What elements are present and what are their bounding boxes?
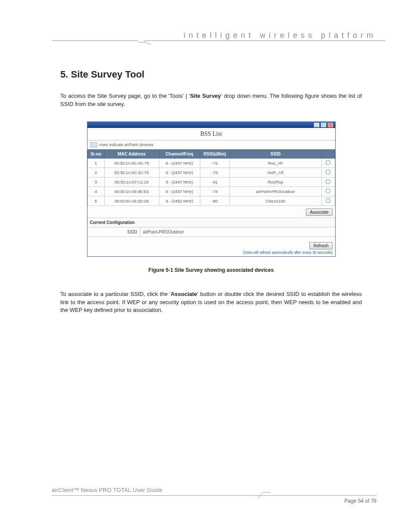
legend-swatch <box>90 142 97 147</box>
config-ssid-value: airPoint-PROOutdoor <box>140 227 335 237</box>
refresh-note: (Data will refresh automatically after e… <box>87 250 335 256</box>
page-footer: airClient™ Nexus PRO TOTAL User Guide Pa… <box>52 495 377 508</box>
footer-guide-title: airClient™ Nexus PRO TOTAL User Guide <box>52 487 162 493</box>
col-ssid[interactable]: SSID <box>230 149 321 158</box>
window-titlebar: _ □ × <box>87 122 335 128</box>
radio-icon[interactable] <box>326 179 330 184</box>
col-mac[interactable]: MAC Address <box>104 149 159 158</box>
table-row[interactable]: 5 00:02:8A:42:2D:28 9 - (2452 MHz) -80 C… <box>87 196 335 205</box>
radio-icon[interactable] <box>326 198 330 203</box>
radio-icon[interactable] <box>326 170 330 174</box>
table-row[interactable]: 4 00:30:1A:09:4E:E6 6 - (2437 MHz) -74 a… <box>87 187 335 196</box>
maximize-icon[interactable]: □ <box>321 122 327 128</box>
legend-text: rows indicate airPoint devices <box>100 142 153 147</box>
intro-paragraph: To access the Site Survey page, go to th… <box>60 92 362 109</box>
col-select <box>321 149 335 158</box>
table-row[interactable]: 3 00:30:1A:07:A1:19 8 - (2447 MHz) -81 R… <box>87 177 335 187</box>
bss-list-title: BSS List <box>87 128 335 140</box>
site-survey-window: _ □ × BSS List rows indicate airPoint de… <box>87 121 336 257</box>
header-rule <box>26 40 385 41</box>
radio-icon[interactable] <box>326 160 330 165</box>
legend-row: rows indicate airPoint devices <box>87 140 335 149</box>
col-srno[interactable]: Sr.no <box>87 149 104 158</box>
close-icon[interactable]: × <box>327 122 333 128</box>
section-title: 5. Site Survey Tool <box>60 69 362 80</box>
radio-icon[interactable] <box>326 189 330 193</box>
header-tagline: intelligent wireless platform <box>184 31 377 40</box>
config-ssid-row: SSID airPoint-PROOutdoor <box>87 227 335 237</box>
bss-table: Sr.no MAC Address Channel/Freq RSSI(dBm)… <box>87 149 335 206</box>
associate-button[interactable]: Associate <box>306 208 332 216</box>
page-number: Page 54 of 78 <box>344 498 377 504</box>
outro-paragraph: To associate to a particular SSID, click… <box>60 290 362 315</box>
current-config-header: Current Configuration <box>87 218 335 227</box>
table-row[interactable]: 1 00:30:1A:0C:4C:75 6 - (2437 MHz) -72 R… <box>87 158 335 168</box>
minimize-icon[interactable]: _ <box>314 122 320 128</box>
col-rssi[interactable]: RSSI(dBm) <box>200 149 230 158</box>
refresh-button[interactable]: Refresh <box>309 242 332 249</box>
config-ssid-label: SSID <box>87 227 140 237</box>
col-chan[interactable]: Channel/Freq <box>159 149 200 158</box>
figure-caption: Figure 5-1 Site Survey showing associate… <box>60 267 362 273</box>
table-row[interactable]: 2 00:30:1A:0C:4C:76 6 - (2437 MHz) -73 V… <box>87 168 335 177</box>
